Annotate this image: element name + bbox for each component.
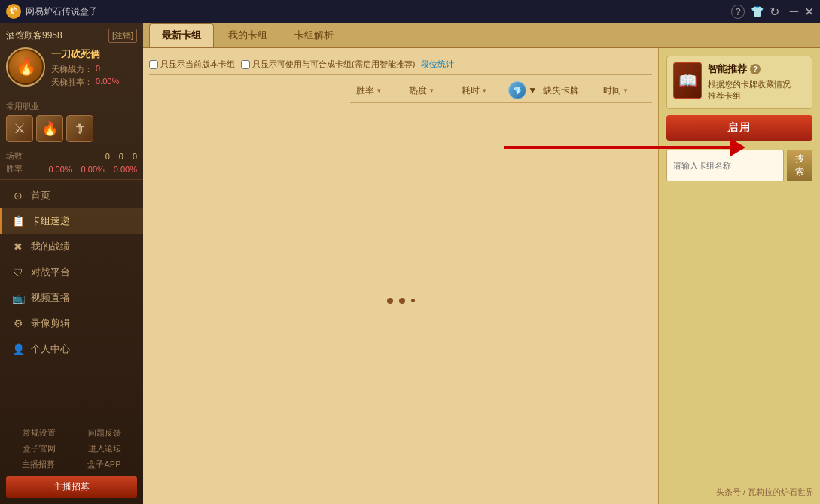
- app-title: 网易炉石传说盒子: [26, 5, 98, 18]
- class-icon-rogue[interactable]: 🗡: [66, 115, 93, 142]
- sort-arrow-dust: ▼: [528, 85, 537, 96]
- deck-search-input[interactable]: [666, 150, 784, 181]
- avatar-symbol: 🔥: [16, 57, 36, 77]
- filter-craftable-label: 只显示可使用与可合成卡组(需启用智能推荐): [252, 59, 415, 70]
- app-link[interactable]: 盒子APP: [87, 459, 120, 470]
- forum-link[interactable]: 进入论坛: [88, 443, 121, 454]
- avatar: 🔥: [6, 47, 45, 87]
- sort-arrow-heat: ▼: [428, 87, 434, 94]
- sidebar-item-home[interactable]: ⊙ 首页: [0, 183, 143, 208]
- shirt-icon[interactable]: 👕: [751, 5, 764, 17]
- col-header-time-label: 时间: [603, 84, 621, 97]
- rank-stats-link[interactable]: 段位统计: [421, 59, 454, 70]
- tab-my-label: 我的卡组: [228, 29, 267, 41]
- tabs-bar: 最新卡组 我的卡组 卡组解析: [143, 23, 820, 48]
- col-header-cost-label: 耗时: [462, 84, 480, 97]
- dust-icon-symbol: 💎: [513, 87, 522, 95]
- sidebar: 酒馆顾客9958 [注销] 🔥 一刀砍死俩 天梯战力： 0 天梯胜率：: [0, 23, 143, 504]
- col-header-winrate[interactable]: 胜率 ▼: [350, 84, 403, 97]
- nav-section: ⊙ 首页 📋 卡组速递 ✖ 我的战绩 🛡 对战平台 📺 视频直播 ⚙ 录像剪辑: [0, 180, 143, 414]
- tab-latest-label: 最新卡组: [162, 29, 201, 41]
- filter-craftable[interactable]: 只显示可使用与可合成卡组(需启用智能推荐): [241, 59, 415, 70]
- record-icon: ⚙: [11, 317, 25, 330]
- minimize-button[interactable]: ─: [790, 5, 798, 18]
- sidebar-item-live-label: 视频直播: [31, 291, 70, 305]
- list-panel: 只显示当前版本卡组 只显示可使用与可合成卡组(需启用智能推荐) 段位统计 胜率 …: [143, 48, 658, 504]
- col-header-time[interactable]: 时间 ▼: [597, 84, 642, 97]
- user-stats: 一刀砍死俩 天梯战力： 0 天梯胜率： 0.00%: [51, 47, 137, 90]
- sidebar-item-decks[interactable]: 📋 卡组速递: [0, 208, 143, 234]
- dot-1: [387, 298, 393, 304]
- column-headers: 胜率 ▼ 热度 ▼ 耗时 ▼ 💎 ▼: [350, 78, 652, 103]
- filter-version-label: 只显示当前版本卡组: [160, 59, 235, 70]
- hero-name: 一刀砍死俩: [51, 47, 137, 61]
- footer-row-3: 主播招募 盒子APP: [6, 459, 137, 470]
- settings-link[interactable]: 常规设置: [23, 427, 56, 439]
- filter-craftable-checkbox[interactable]: [241, 60, 250, 69]
- filter-version-checkbox[interactable]: [149, 60, 158, 69]
- class-icon-mage[interactable]: 🔥: [36, 115, 63, 142]
- stream-apply-button[interactable]: 主播招募: [6, 476, 137, 498]
- search-button[interactable]: 搜索: [787, 150, 812, 181]
- sidebar-item-decks-label: 卡组速递: [31, 214, 70, 228]
- enable-smart-rec-button[interactable]: 启用: [666, 115, 812, 141]
- match-stats: 场数 0 0 0 胜率 0.00% 0.00% 0.00%: [0, 147, 143, 180]
- loading-dots: [387, 298, 415, 304]
- refresh-icon[interactable]: ↻: [770, 5, 779, 19]
- streamer-link[interactable]: 主播招募: [22, 459, 55, 470]
- live-icon: 📺: [11, 291, 25, 305]
- sort-arrow-time: ▼: [623, 87, 629, 94]
- col-header-cost[interactable]: 耗时 ▼: [456, 84, 508, 97]
- close-button[interactable]: ✕: [804, 5, 814, 19]
- tab-latest[interactable]: 最新卡组: [149, 23, 214, 47]
- user-profile: 🔥 一刀砍死俩 天梯战力： 0 天梯胜率： 0.00%: [6, 47, 137, 90]
- match-winrate-row: 胜率 0.00% 0.00% 0.00%: [6, 163, 137, 175]
- col-header-heat[interactable]: 热度 ▼: [403, 84, 456, 97]
- content-area: 只显示当前版本卡组 只显示可使用与可合成卡组(需启用智能推荐) 段位统计 胜率 …: [143, 48, 820, 504]
- col-header-missing-label: 缺失卡牌: [543, 84, 579, 97]
- col-header-heat-label: 热度: [409, 84, 427, 97]
- tab-analyze[interactable]: 卡组解析: [282, 23, 346, 47]
- col-header-winrate-label: 胜率: [356, 84, 374, 97]
- class-icon-warrior[interactable]: ⚔: [6, 115, 33, 142]
- logout-button[interactable]: [注销]: [108, 29, 137, 43]
- winrate-label: 胜率: [6, 163, 23, 175]
- ladder-winrate-row: 天梯胜率： 0.00%: [51, 77, 137, 88]
- smart-rec-help-icon[interactable]: ?: [750, 64, 761, 74]
- dust-icon[interactable]: 💎: [508, 81, 526, 99]
- games-val-3: 0: [133, 152, 137, 161]
- col-header-missing[interactable]: 缺失卡牌: [537, 84, 597, 97]
- sidebar-item-profile[interactable]: 👤 个人中心: [0, 336, 143, 362]
- filter-version[interactable]: 只显示当前版本卡组: [149, 59, 235, 70]
- sidebar-footer: 常规设置 问题反馈 盒子官网 进入论坛 主播招募 盒子APP 主播招募: [0, 421, 143, 504]
- window-controls: ? 👕 ↻ ─ ✕: [731, 5, 814, 19]
- sort-arrow-cost: ▼: [481, 87, 487, 94]
- title-bar-left: 炉 网易炉石传说盒子: [6, 4, 98, 19]
- footer-row-1: 常规设置 问题反馈: [6, 427, 137, 439]
- sidebar-item-profile-label: 个人中心: [31, 342, 70, 356]
- user-section: 酒馆顾客9958 [注销] 🔥 一刀砍死俩 天梯战力： 0 天梯胜率：: [0, 23, 143, 96]
- home-icon: ⊙: [11, 189, 25, 202]
- search-bar: 搜索: [666, 150, 812, 181]
- feedback-link[interactable]: 问题反馈: [88, 427, 121, 439]
- username: 酒馆顾客9958: [6, 29, 62, 42]
- help-icon[interactable]: ?: [731, 5, 744, 19]
- sidebar-item-record[interactable]: ⚙ 录像剪辑: [0, 311, 143, 336]
- winrate-val-2: 0.00%: [81, 165, 105, 174]
- sidebar-item-arena[interactable]: 🛡 对战平台: [0, 260, 143, 285]
- sidebar-item-record-label: 录像剪辑: [31, 317, 70, 330]
- decks-icon: 📋: [11, 214, 25, 228]
- sidebar-item-battles[interactable]: ✖ 我的战绩: [0, 234, 143, 260]
- ladder-winrate-val: 0.00%: [96, 77, 119, 88]
- sidebar-item-live[interactable]: 📺 视频直播: [0, 285, 143, 311]
- app-body: 酒馆顾客9958 [注销] 🔥 一刀砍死俩 天梯战力： 0 天梯胜率：: [0, 23, 820, 504]
- winrate-val-3: 0.00%: [114, 165, 137, 174]
- loading-area: [149, 103, 652, 498]
- website-link[interactable]: 盒子官网: [23, 443, 56, 454]
- smart-rec-title-label: 智能推荐: [708, 62, 747, 76]
- ladder-power-label: 天梯战力：: [51, 64, 93, 75]
- tab-my[interactable]: 我的卡组: [215, 23, 280, 47]
- class-label: 常用职业: [6, 101, 137, 112]
- nav-divider: [0, 417, 143, 417]
- ladder-power-val: 0: [96, 64, 100, 75]
